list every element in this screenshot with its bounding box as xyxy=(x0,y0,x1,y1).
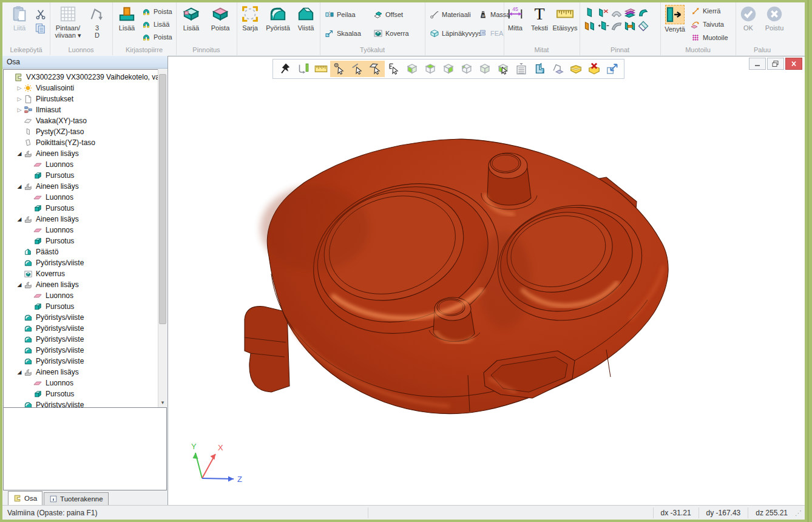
track-tool[interactable] xyxy=(295,61,311,77)
mirror-button[interactable]: Peilaa xyxy=(325,8,361,20)
select-feature-filter[interactable] xyxy=(386,61,402,77)
stretch-button[interactable]: Venytä xyxy=(661,5,688,44)
tree-item[interactable]: Luonnos xyxy=(4,159,166,170)
scrollbar-down-arrow[interactable]: ▾ xyxy=(158,398,167,407)
list-menu[interactable] xyxy=(513,61,529,77)
face-dome-icon[interactable] xyxy=(611,7,623,19)
face-delete-icon[interactable] xyxy=(597,7,609,19)
face-erase-icon[interactable] xyxy=(637,20,649,32)
face-display-front[interactable] xyxy=(404,61,420,77)
tree-item[interactable]: ◢Aineen lisäys xyxy=(4,214,166,225)
select-edge-filter[interactable] xyxy=(348,61,367,77)
exit-button[interactable]: Poistu xyxy=(761,5,788,44)
hollow-button[interactable]: Koverra xyxy=(373,27,409,39)
face-tool-icon[interactable] xyxy=(584,7,596,19)
sketch-on-face-button[interactable]: Pintaan/viivaan ▾ xyxy=(52,5,84,44)
tree-item[interactable]: Pyöristys/viiste xyxy=(4,356,166,367)
tree-item[interactable]: Pursotus xyxy=(4,236,166,246)
tree-item[interactable]: Pyöristys/viiste xyxy=(4,399,166,408)
tree-item[interactable]: Pyöristys/viiste xyxy=(4,257,166,268)
tree-item[interactable]: Luonnos xyxy=(4,290,166,301)
face-layers-icon[interactable] xyxy=(624,7,636,19)
tree-item[interactable]: ◢Aineen lisäys xyxy=(4,367,166,378)
face-bend-icon[interactable] xyxy=(637,7,649,19)
surface-remove-button[interactable]: Poista xyxy=(206,5,234,44)
paste-button[interactable]: Liitä xyxy=(4,5,35,44)
tree-item[interactable]: Luonnos xyxy=(4,225,166,236)
panel-tab-osa[interactable]: Osa xyxy=(8,491,42,505)
tree-item[interactable]: Pyöristys/viiste xyxy=(4,323,166,334)
library-remove2-button[interactable]: Poista xyxy=(141,31,172,42)
twist-button[interactable]: Kierrä xyxy=(691,5,728,16)
chamfer-button[interactable]: Viistä xyxy=(294,5,318,44)
transparency-button[interactable]: Läpinäkyvyys xyxy=(430,27,482,39)
library-add2-button[interactable]: Lisää xyxy=(141,18,172,30)
tree-item[interactable]: ▷Visualisointi xyxy=(4,83,166,93)
copy-icon[interactable] xyxy=(35,22,47,35)
scrollbar-thumb[interactable] xyxy=(159,74,166,324)
tree-item[interactable]: Luonnos xyxy=(4,378,166,388)
tree-item[interactable]: Pyöristys/viiste xyxy=(4,334,166,345)
tree-item[interactable]: Pursotus xyxy=(4,170,166,181)
tree-twisty-expanded[interactable]: ◢ xyxy=(16,151,23,157)
tree-twisty-collapsed[interactable]: ▷ xyxy=(16,107,23,113)
sketch-plane-tool[interactable] xyxy=(550,61,566,77)
face-display-right[interactable] xyxy=(441,61,456,77)
select-point-filter[interactable] xyxy=(330,61,348,77)
tree-item[interactable]: ◢Aineen lisäys xyxy=(4,279,166,290)
dimension-button[interactable]: 45 Mitta xyxy=(504,5,527,44)
solid-pick[interactable] xyxy=(495,61,511,77)
restore-button[interactable] xyxy=(767,58,784,70)
minimize-button[interactable] xyxy=(749,58,766,70)
tree-item[interactable]: Pysty(XZ)-taso xyxy=(4,126,166,137)
deform-button[interactable]: Muotoile xyxy=(691,32,728,43)
tree-twisty-expanded[interactable]: ◢ xyxy=(16,369,23,375)
offset-button[interactable]: Offset xyxy=(373,8,409,20)
fit-view-tool[interactable] xyxy=(604,61,620,77)
tree-scrollbar[interactable]: ▾ xyxy=(158,69,167,407)
material-button[interactable]: Materiaali xyxy=(430,8,482,20)
scale-button[interactable]: Skaalaa xyxy=(325,27,361,39)
library-add-button[interactable]: Lisää xyxy=(113,5,140,44)
face-display-back[interactable] xyxy=(459,61,475,77)
measure-tool[interactable] xyxy=(313,61,329,77)
extrude-tool[interactable] xyxy=(532,61,547,77)
tree-twisty-collapsed[interactable]: ▷ xyxy=(16,96,23,102)
tree-item[interactable]: Pursotus xyxy=(4,388,166,399)
tree-item[interactable]: ◢Aineen lisäys xyxy=(4,181,166,192)
viewport-3d[interactable]: Y X Z xyxy=(167,56,805,505)
tree-item[interactable]: ▷Ilmiasut xyxy=(4,104,166,115)
tree-item[interactable]: Vaaka(XY)-taso xyxy=(4,115,166,126)
tree-item-root[interactable]: VX3002239 VX3002239 Vaihdekotelo, valu xyxy=(4,72,166,83)
text-button[interactable]: T Teksti xyxy=(528,5,551,44)
tree-item[interactable]: Luonnos xyxy=(4,192,166,203)
pin-tool[interactable] xyxy=(277,61,293,77)
pattern-button[interactable]: Sarja xyxy=(238,5,262,44)
tree-item[interactable]: ▷Piirustukset xyxy=(4,93,166,104)
face-move-icon[interactable] xyxy=(597,20,609,32)
sketch-3d-button[interactable]: 3D xyxy=(85,5,109,44)
face-curved-icon[interactable] xyxy=(611,20,623,32)
tree-twisty-expanded[interactable]: ◢ xyxy=(16,216,23,222)
face-pair-icon[interactable] xyxy=(584,20,596,32)
tree-twisty-expanded[interactable]: ◢ xyxy=(16,282,23,288)
tree-twisty-collapsed[interactable]: ▷ xyxy=(16,85,23,91)
face-display-top[interactable] xyxy=(422,61,438,77)
tray-delete-tool[interactable] xyxy=(586,61,602,77)
tree-item[interactable]: Pursotus xyxy=(4,203,166,214)
tree-item[interactable]: ◢Aineen lisäys xyxy=(4,148,166,159)
library-remove-button[interactable]: Poista xyxy=(141,5,172,17)
tray-tool[interactable] xyxy=(568,61,584,77)
model-3d-gearbox-cover[interactable] xyxy=(242,137,673,419)
distance-button[interactable]: Etäisyys xyxy=(551,5,579,44)
select-face-filter[interactable] xyxy=(367,61,385,77)
solid-display[interactable] xyxy=(477,61,493,77)
tree-twisty-expanded[interactable]: ◢ xyxy=(16,183,23,189)
close-button[interactable] xyxy=(785,58,802,70)
cut-icon[interactable] xyxy=(35,8,47,20)
tree-item[interactable]: Pursotus xyxy=(4,301,166,312)
bend-button[interactable]: Taivuta xyxy=(691,18,728,30)
ok-button[interactable]: OK xyxy=(737,5,760,44)
fillet-button[interactable]: Pyöristä xyxy=(262,5,294,44)
tree-item[interactable]: Poikittais(YZ)-taso xyxy=(4,137,166,148)
